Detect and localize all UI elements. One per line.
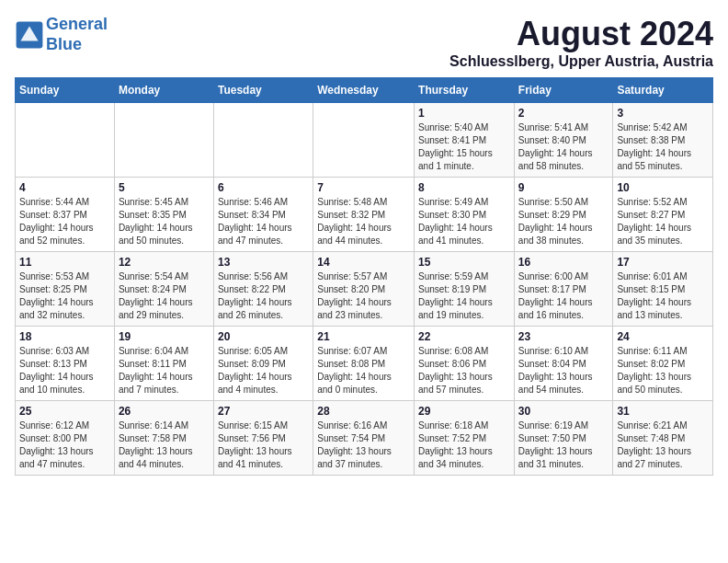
day-info: Sunrise: 5:40 AM Sunset: 8:41 PM Dayligh… [418,121,510,173]
header-cell: Wednesday [313,78,415,103]
logo-icon [15,20,44,50]
day-number: 7 [317,181,410,194]
header-cell: Saturday [613,78,713,103]
day-number: 28 [317,405,410,418]
day-number: 21 [317,330,410,343]
calendar-cell: 15Sunrise: 5:59 AM Sunset: 8:19 PM Dayli… [415,252,515,327]
calendar-cell: 16Sunrise: 6:00 AM Sunset: 8:17 PM Dayli… [514,252,613,327]
calendar-cell: 28Sunrise: 6:16 AM Sunset: 7:54 PM Dayli… [313,401,415,476]
day-info: Sunrise: 6:12 AM Sunset: 8:00 PM Dayligh… [19,419,110,471]
calendar-cell [213,103,313,178]
day-number: 6 [218,181,309,194]
day-number: 10 [617,181,709,194]
calendar-cell: 19Sunrise: 6:04 AM Sunset: 8:11 PM Dayli… [114,327,213,401]
day-number: 26 [119,405,210,418]
day-number: 8 [418,181,510,194]
day-number: 30 [518,405,609,418]
calendar-cell: 10Sunrise: 5:52 AM Sunset: 8:27 PM Dayli… [613,178,713,252]
calendar-cell: 18Sunrise: 6:03 AM Sunset: 8:13 PM Dayli… [16,327,115,401]
day-info: Sunrise: 5:56 AM Sunset: 8:22 PM Dayligh… [218,270,309,322]
calendar-cell: 6Sunrise: 5:46 AM Sunset: 8:34 PM Daylig… [213,178,313,252]
day-number: 29 [418,405,510,418]
day-number: 9 [518,181,609,194]
calendar-cell: 27Sunrise: 6:15 AM Sunset: 7:56 PM Dayli… [213,401,313,476]
calendar-cell: 11Sunrise: 5:53 AM Sunset: 8:25 PM Dayli… [16,252,115,327]
subtitle: Schluesslberg, Upper Austria, Austria [449,53,713,70]
day-number: 5 [119,181,210,194]
calendar-week-row: 11Sunrise: 5:53 AM Sunset: 8:25 PM Dayli… [16,252,713,327]
calendar-cell: 21Sunrise: 6:07 AM Sunset: 8:08 PM Dayli… [313,327,415,401]
day-number: 17 [617,256,709,269]
calendar-cell: 20Sunrise: 6:05 AM Sunset: 8:09 PM Dayli… [213,327,313,401]
calendar-cell: 4Sunrise: 5:44 AM Sunset: 8:37 PM Daylig… [16,178,115,252]
header-cell: Thursday [415,78,515,103]
day-info: Sunrise: 5:53 AM Sunset: 8:25 PM Dayligh… [19,270,110,322]
header-cell: Monday [114,78,213,103]
calendar-cell: 5Sunrise: 5:45 AM Sunset: 8:35 PM Daylig… [114,178,213,252]
calendar-week-row: 4Sunrise: 5:44 AM Sunset: 8:37 PM Daylig… [16,178,713,252]
calendar-table: SundayMondayTuesdayWednesdayThursdayFrid… [15,77,713,476]
day-info: Sunrise: 5:49 AM Sunset: 8:30 PM Dayligh… [418,196,510,247]
day-number: 11 [19,256,110,269]
day-info: Sunrise: 5:42 AM Sunset: 8:38 PM Dayligh… [617,121,709,173]
day-info: Sunrise: 6:07 AM Sunset: 8:08 PM Dayligh… [317,345,410,396]
page-header: General Blue August 2024 Schluesslberg, … [15,15,713,70]
day-info: Sunrise: 5:59 AM Sunset: 8:19 PM Dayligh… [418,270,510,322]
day-info: Sunrise: 6:04 AM Sunset: 8:11 PM Dayligh… [119,345,210,396]
day-number: 25 [19,405,110,418]
day-number: 13 [218,256,309,269]
calendar-cell: 1Sunrise: 5:40 AM Sunset: 8:41 PM Daylig… [415,103,515,178]
day-info: Sunrise: 5:44 AM Sunset: 8:37 PM Dayligh… [19,196,110,247]
day-number: 24 [617,330,709,343]
day-number: 14 [317,256,410,269]
calendar-cell: 9Sunrise: 5:50 AM Sunset: 8:29 PM Daylig… [514,178,613,252]
calendar-cell: 2Sunrise: 5:41 AM Sunset: 8:40 PM Daylig… [514,103,613,178]
day-number: 22 [418,330,510,343]
calendar-header: SundayMondayTuesdayWednesdayThursdayFrid… [16,78,713,103]
main-title: August 2024 [449,15,713,53]
calendar-cell: 26Sunrise: 6:14 AM Sunset: 7:58 PM Dayli… [114,401,213,476]
day-info: Sunrise: 6:18 AM Sunset: 7:52 PM Dayligh… [418,419,510,471]
day-number: 18 [19,330,110,343]
header-cell: Sunday [16,78,115,103]
header-cell: Tuesday [213,78,313,103]
calendar-cell [313,103,415,178]
day-info: Sunrise: 6:10 AM Sunset: 8:04 PM Dayligh… [518,345,609,396]
calendar-cell [114,103,213,178]
calendar-cell: 8Sunrise: 5:49 AM Sunset: 8:30 PM Daylig… [415,178,515,252]
day-info: Sunrise: 6:21 AM Sunset: 7:48 PM Dayligh… [617,419,709,471]
calendar-cell: 30Sunrise: 6:19 AM Sunset: 7:50 PM Dayli… [514,401,613,476]
calendar-cell: 12Sunrise: 5:54 AM Sunset: 8:24 PM Dayli… [114,252,213,327]
day-info: Sunrise: 6:05 AM Sunset: 8:09 PM Dayligh… [218,345,309,396]
day-info: Sunrise: 5:41 AM Sunset: 8:40 PM Dayligh… [518,121,609,173]
title-block: August 2024 Schluesslberg, Upper Austria… [449,15,713,70]
calendar-cell: 24Sunrise: 6:11 AM Sunset: 8:02 PM Dayli… [613,327,713,401]
day-info: Sunrise: 5:54 AM Sunset: 8:24 PM Dayligh… [119,270,210,322]
day-info: Sunrise: 6:11 AM Sunset: 8:02 PM Dayligh… [617,345,709,396]
calendar-week-row: 25Sunrise: 6:12 AM Sunset: 8:00 PM Dayli… [16,401,713,476]
calendar-cell: 17Sunrise: 6:01 AM Sunset: 8:15 PM Dayli… [613,252,713,327]
calendar-cell: 14Sunrise: 5:57 AM Sunset: 8:20 PM Dayli… [313,252,415,327]
day-info: Sunrise: 5:46 AM Sunset: 8:34 PM Dayligh… [218,196,309,247]
day-number: 31 [617,405,709,418]
logo-line1: General [46,15,108,33]
calendar-week-row: 1Sunrise: 5:40 AM Sunset: 8:41 PM Daylig… [16,103,713,178]
day-info: Sunrise: 6:00 AM Sunset: 8:17 PM Dayligh… [518,270,609,322]
day-info: Sunrise: 5:48 AM Sunset: 8:32 PM Dayligh… [317,196,410,247]
calendar-cell: 25Sunrise: 6:12 AM Sunset: 8:00 PM Dayli… [16,401,115,476]
calendar-week-row: 18Sunrise: 6:03 AM Sunset: 8:13 PM Dayli… [16,327,713,401]
day-number: 12 [119,256,210,269]
day-number: 3 [617,107,709,120]
day-info: Sunrise: 5:52 AM Sunset: 8:27 PM Dayligh… [617,196,709,247]
day-info: Sunrise: 6:15 AM Sunset: 7:56 PM Dayligh… [218,419,309,471]
day-number: 20 [218,330,309,343]
day-info: Sunrise: 6:03 AM Sunset: 8:13 PM Dayligh… [19,345,110,396]
calendar-cell: 7Sunrise: 5:48 AM Sunset: 8:32 PM Daylig… [313,178,415,252]
logo-line2: Blue [46,35,82,53]
day-number: 2 [518,107,609,120]
day-info: Sunrise: 5:57 AM Sunset: 8:20 PM Dayligh… [317,270,410,322]
day-number: 19 [119,330,210,343]
day-number: 15 [418,256,510,269]
day-number: 16 [518,256,609,269]
calendar-cell: 29Sunrise: 6:18 AM Sunset: 7:52 PM Dayli… [415,401,515,476]
